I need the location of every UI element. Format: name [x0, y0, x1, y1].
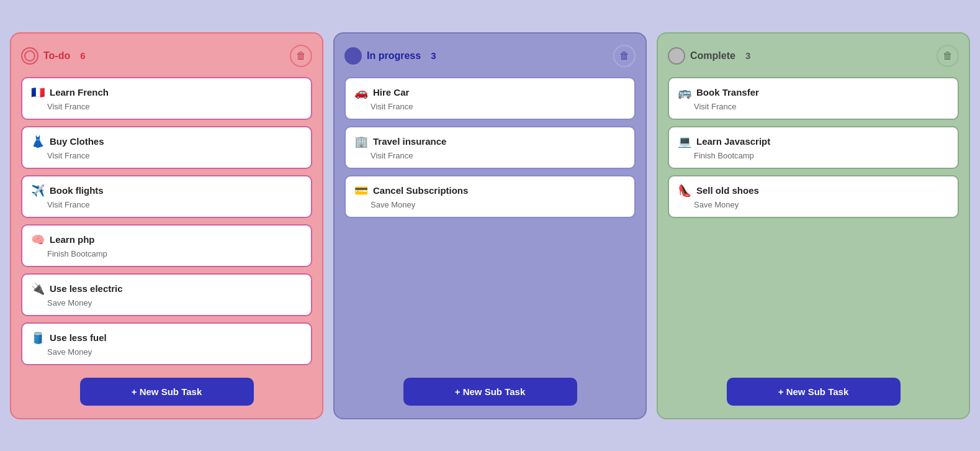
new-task-button-inprogress[interactable]: + New Sub Task: [403, 378, 577, 406]
column-title-complete: Complete: [690, 50, 735, 62]
task-title-row-todo-5: 🛢️Use less fuel: [31, 331, 302, 345]
task-card-complete-0[interactable]: 🚌Book TransferVisit France: [668, 77, 959, 120]
column-complete: Complete3🗑🚌Book TransferVisit France💻Lea…: [657, 32, 970, 419]
task-card-todo-1[interactable]: 👗Buy ClothesVisit France: [21, 126, 312, 169]
task-title-text-todo-0: Learn French: [50, 87, 109, 98]
task-title-text-inprogress-1: Travel insurance: [373, 136, 446, 147]
task-title-text-todo-2: Book flights: [50, 185, 104, 196]
task-subtitle-todo-5: Save Money: [47, 347, 302, 357]
task-emoji-inprogress-1: 🏢: [354, 135, 368, 148]
task-title-row-complete-0: 🚌Book Transfer: [678, 86, 949, 99]
task-subtitle-complete-1: Finish Bootcamp: [694, 151, 949, 160]
column-todo: To-do6🗑🇫🇷Learn FrenchVisit France👗Buy Cl…: [10, 32, 323, 419]
task-emoji-inprogress-0: 🚗: [354, 86, 368, 99]
column-header-left-todo: To-do6: [21, 47, 91, 65]
task-subtitle-inprogress-2: Save Money: [371, 200, 626, 209]
task-title-text-complete-1: Learn Javascript: [696, 136, 770, 147]
column-header-todo: To-do6🗑: [21, 45, 312, 67]
task-title-row-inprogress-2: 💳Cancel Subscriptions: [354, 184, 626, 198]
task-title-row-todo-2: ✈️Book flights: [31, 184, 302, 198]
tasks-list-todo: 🇫🇷Learn FrenchVisit France👗Buy ClothesVi…: [21, 77, 312, 365]
task-subtitle-todo-2: Visit France: [47, 200, 302, 209]
task-title-text-todo-3: Learn php: [50, 234, 95, 245]
task-emoji-todo-5: 🛢️: [31, 331, 45, 345]
column-header-inprogress: In progress3🗑: [344, 45, 636, 67]
task-subtitle-todo-3: Finish Bootcamp: [47, 249, 302, 258]
column-count-complete: 3: [740, 49, 755, 62]
task-card-complete-2[interactable]: 👠Sell old shoesSave Money: [668, 175, 959, 218]
task-title-text-complete-2: Sell old shoes: [696, 185, 759, 196]
task-title-row-complete-2: 👠Sell old shoes: [678, 184, 949, 198]
task-card-inprogress-2[interactable]: 💳Cancel SubscriptionsSave Money: [344, 175, 636, 218]
task-title-row-complete-1: 💻Learn Javascript: [678, 135, 949, 148]
column-header-complete: Complete3🗑: [668, 45, 959, 67]
status-circle-inprogress: [344, 47, 362, 65]
task-title-row-inprogress-1: 🏢Travel insurance: [354, 135, 626, 148]
task-subtitle-complete-0: Visit France: [694, 102, 949, 111]
task-emoji-inprogress-2: 💳: [354, 184, 368, 198]
column-header-left-complete: Complete3: [668, 47, 755, 65]
kanban-board: To-do6🗑🇫🇷Learn FrenchVisit France👗Buy Cl…: [10, 32, 970, 419]
task-title-text-inprogress-0: Hire Car: [373, 87, 409, 98]
column-title-todo: To-do: [43, 50, 70, 62]
status-circle-todo: [21, 47, 38, 65]
new-task-button-complete[interactable]: + New Sub Task: [727, 378, 901, 406]
task-title-text-todo-1: Buy Clothes: [50, 136, 104, 147]
task-subtitle-complete-2: Save Money: [694, 200, 949, 209]
task-subtitle-todo-1: Visit France: [47, 151, 302, 160]
task-card-todo-0[interactable]: 🇫🇷Learn FrenchVisit France: [21, 77, 312, 120]
column-title-inprogress: In progress: [367, 50, 421, 62]
column-count-todo: 6: [75, 49, 90, 62]
column-header-left-inprogress: In progress3: [344, 47, 441, 65]
task-title-text-complete-0: Book Transfer: [696, 87, 759, 98]
task-subtitle-inprogress-1: Visit France: [371, 151, 626, 160]
task-emoji-todo-0: 🇫🇷: [31, 86, 45, 99]
task-title-row-todo-0: 🇫🇷Learn French: [31, 86, 302, 99]
task-emoji-todo-4: 🔌: [31, 282, 45, 296]
task-emoji-todo-3: 🧠: [31, 233, 45, 247]
delete-column-button-complete[interactable]: 🗑: [937, 45, 959, 67]
task-card-todo-2[interactable]: ✈️Book flightsVisit France: [21, 175, 312, 218]
task-emoji-complete-2: 👠: [678, 184, 691, 198]
task-title-row-todo-4: 🔌Use less electric: [31, 282, 302, 296]
task-emoji-complete-0: 🚌: [678, 86, 691, 99]
task-emoji-todo-2: ✈️: [31, 184, 45, 198]
task-card-complete-1[interactable]: 💻Learn JavascriptFinish Bootcamp: [668, 126, 959, 169]
task-emoji-complete-1: 💻: [678, 135, 691, 148]
new-task-button-todo[interactable]: + New Sub Task: [80, 378, 254, 406]
task-card-inprogress-0[interactable]: 🚗Hire CarVisit France: [344, 77, 636, 120]
task-subtitle-todo-4: Save Money: [47, 298, 302, 308]
task-title-text-todo-5: Use less fuel: [50, 332, 107, 343]
task-title-row-todo-1: 👗Buy Clothes: [31, 135, 302, 148]
task-title-text-inprogress-2: Cancel Subscriptions: [373, 185, 468, 196]
column-inprogress: In progress3🗑🚗Hire CarVisit France🏢Trave…: [333, 32, 647, 419]
task-emoji-todo-1: 👗: [31, 135, 45, 148]
status-circle-complete: [668, 47, 685, 65]
column-count-inprogress: 3: [426, 49, 441, 62]
delete-column-button-todo[interactable]: 🗑: [290, 45, 312, 67]
tasks-list-inprogress: 🚗Hire CarVisit France🏢Travel insuranceVi…: [344, 77, 636, 365]
task-card-inprogress-1[interactable]: 🏢Travel insuranceVisit France: [344, 126, 636, 169]
task-title-row-todo-3: 🧠Learn php: [31, 233, 302, 247]
task-card-todo-3[interactable]: 🧠Learn phpFinish Bootcamp: [21, 224, 312, 267]
task-subtitle-inprogress-0: Visit France: [371, 102, 626, 111]
task-title-text-todo-4: Use less electric: [50, 283, 123, 294]
task-card-todo-4[interactable]: 🔌Use less electricSave Money: [21, 273, 312, 316]
task-title-row-inprogress-0: 🚗Hire Car: [354, 86, 626, 99]
task-card-todo-5[interactable]: 🛢️Use less fuelSave Money: [21, 322, 312, 365]
task-subtitle-todo-0: Visit France: [47, 102, 302, 111]
tasks-list-complete: 🚌Book TransferVisit France💻Learn Javascr…: [668, 77, 959, 365]
delete-column-button-inprogress[interactable]: 🗑: [613, 45, 636, 67]
